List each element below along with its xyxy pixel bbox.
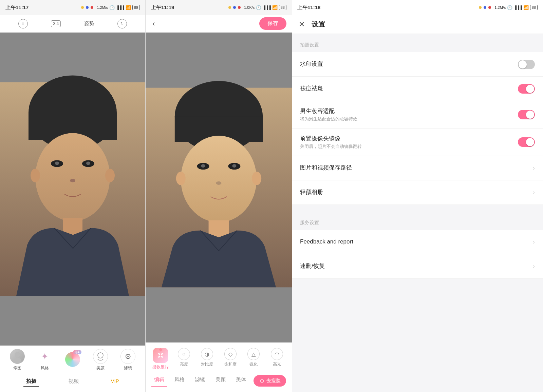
panel-settings: 上午11:18 1.2M/s 🕐 ▐▐▐ 📶 88 ✕ 设置 拍照设置 水印设置	[292, 0, 543, 392]
tab-style[interactable]: 风格	[172, 375, 187, 387]
toggle-male-makeup[interactable]	[518, 110, 535, 119]
svg-point-29	[160, 354, 162, 356]
wifi-icon-3: 📶	[523, 5, 529, 10]
beauty-item-filter[interactable]: ⊛ 滤镜	[120, 349, 135, 371]
chevron-feedback: ›	[533, 238, 535, 246]
item-text-watermark: 水印设置	[300, 60, 518, 68]
item-text-album: 轻颜相册	[300, 188, 530, 197]
item-title-feedback: Feedback and report	[300, 238, 530, 245]
camera-photo-area	[0, 33, 145, 346]
tab-filter[interactable]: 滤镜	[192, 375, 208, 387]
item-text-delete: 速删/恢复	[300, 262, 530, 271]
svg-point-12	[15, 352, 20, 357]
back-button[interactable]: ‹	[151, 18, 156, 30]
refresh-button[interactable]: ↻	[117, 19, 127, 28]
saturation-icon: ◇	[224, 348, 237, 360]
battery-2: 88	[279, 5, 286, 10]
svg-point-18	[181, 136, 257, 222]
clock-icon-2: 🕐	[256, 5, 261, 10]
contrast-label: 对比度	[201, 361, 213, 367]
tool-rescue-label: 挺救废片	[152, 364, 169, 370]
dot-blue-1	[86, 6, 89, 9]
settings-item-blemish: 祛痘祛斑	[292, 77, 543, 101]
dot-yellow-2	[228, 6, 231, 9]
tab-capture[interactable]: 拍摄	[23, 377, 39, 387]
pose-button[interactable]: 姿势	[84, 20, 94, 27]
face-photo-1	[0, 33, 145, 346]
dot-blue-2	[233, 6, 236, 9]
toggle-mirror[interactable]	[518, 137, 535, 147]
item-title-watermark: 水印设置	[300, 60, 518, 68]
face-photo-2	[146, 33, 292, 342]
svg-point-6	[55, 162, 59, 165]
tab-video[interactable]: 视频	[66, 377, 81, 387]
signal-icon-1: ▐▐▐	[116, 5, 124, 9]
status-icons-3: 1.2M/s 🕐 ▐▐▐ 📶 88	[479, 5, 538, 10]
brightness-label: 亮度	[180, 361, 188, 367]
face-svg-icon	[95, 351, 106, 362]
svg-point-9	[31, 169, 40, 182]
settings-item-delete[interactable]: 速删/恢复 ›	[292, 254, 543, 279]
beauty-item-gradient[interactable]: QA	[65, 352, 80, 368]
status-bar-3: 上午11:18 1.2M/s 🕐 ▐▐▐ 📶 88	[292, 0, 543, 15]
svg-point-8	[70, 179, 75, 182]
item-text-mirror: 前置摄像头镜像 关闭后，照片不会自动镜像翻转	[300, 135, 518, 150]
status-bar-2: 上午11:19 1.0K/s 🕐 ▐▐▐ 📶 88	[146, 0, 292, 15]
toggle-blemish[interactable]	[518, 84, 535, 94]
toggle-watermark[interactable]	[518, 60, 535, 69]
clock-icon-3: 🕐	[507, 5, 512, 10]
beauty-item-retouch[interactable]: 修图	[10, 349, 25, 371]
ratio-label: 3:4	[51, 20, 61, 27]
tab-beauty[interactable]: 美颜	[213, 375, 228, 387]
settings-item-feedback[interactable]: Feedback and report ›	[292, 230, 543, 254]
status-icons-2: 1.0K/s 🕐 ▐▐▐ 📶 88	[228, 5, 286, 10]
tool-brightness[interactable]: ○ 亮度	[174, 348, 194, 370]
beauty-item-face[interactable]: 美颜	[93, 349, 108, 371]
svg-point-21	[201, 164, 205, 168]
settings-item-album[interactable]: 轻颜相册 ›	[292, 180, 543, 205]
tab-row-1: 拍摄 视频 VIP	[0, 374, 145, 389]
dots-icon: ⠿	[18, 19, 28, 28]
item-title-delete: 速删/恢复	[300, 262, 530, 270]
brightness-icon: ○	[178, 348, 190, 360]
item-text-male-makeup: 男生妆容适配 将为男生适配合适的妆容特效	[300, 107, 518, 122]
tab-edit[interactable]: 编辑	[151, 375, 167, 387]
tab-vip[interactable]: VIP	[108, 377, 121, 387]
tool-contrast[interactable]: ◑ 对比度	[197, 348, 217, 370]
save-button[interactable]: 保存	[259, 17, 286, 30]
tool-rescue[interactable]: ◆ 挺救废片	[150, 348, 171, 370]
tab-body[interactable]: 美体	[233, 375, 249, 387]
svg-point-22	[232, 164, 236, 168]
menu-button[interactable]: ⠿	[18, 19, 28, 28]
ratio-button[interactable]: 3:4	[51, 20, 61, 27]
highlight-label: 高光	[273, 361, 281, 367]
item-title-male-makeup: 男生妆容适配	[300, 107, 518, 115]
refresh-icon: ↻	[117, 19, 127, 28]
sharpen-label: 锐化	[249, 361, 258, 367]
settings-spacer-1	[292, 205, 543, 212]
battery-1: 89	[132, 5, 140, 10]
settings-item-save-path[interactable]: 图片和视频保存路径 ›	[292, 156, 543, 180]
beauty-item-style[interactable]: ✦ 风格	[37, 349, 52, 371]
status-time-3: 上午11:18	[297, 4, 320, 11]
tool-sharpen[interactable]: △ 锐化	[243, 348, 264, 370]
tool-highlight[interactable]: ◠ 高光	[267, 348, 287, 370]
edit-header: ‹ 保存	[146, 15, 292, 33]
filter-icon: ⊛	[120, 349, 135, 364]
dot-yellow-3	[479, 6, 482, 9]
settings-close-button[interactable]: ✕	[299, 20, 305, 29]
svg-point-10	[105, 169, 115, 182]
settings-item-watermark: 水印设置	[292, 52, 543, 77]
slimface-button[interactable]: 去瘦脸	[254, 375, 286, 387]
edit-bottom: ◆ 挺救废片 ○ 亮度 ◑ 对比度	[146, 342, 292, 392]
settings-body: 拍照设置 水印设置 祛痘祛斑 男生妆容适配 将为男生适配合适的妆容特效	[292, 34, 543, 392]
item-title-mirror: 前置摄像头镜像	[300, 135, 518, 142]
band-icon	[156, 351, 165, 360]
speed-1: 1.2M/s	[97, 5, 108, 9]
diamond-icon: ◆	[159, 347, 163, 352]
camera-toolbar: ⠿ 3:4 姿势 ↻	[0, 15, 145, 33]
chevron-album: ›	[533, 189, 535, 196]
tool-saturation[interactable]: ◇ 饱和度	[220, 348, 241, 370]
status-icons-1: 1.2M/s 🕐 ▐▐▐ 📶 89	[81, 5, 140, 10]
settings-title: 设置	[312, 20, 325, 29]
